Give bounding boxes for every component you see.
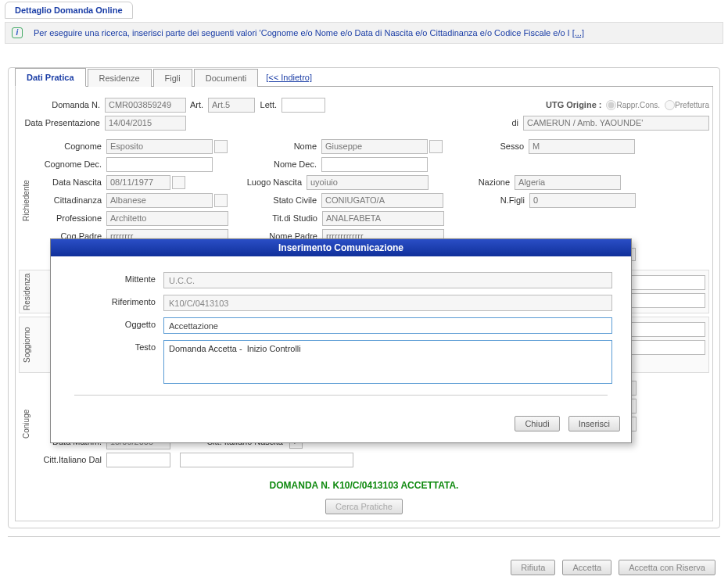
tab-bar: Dati Pratica Residenze Figli Documenti [… bbox=[15, 67, 713, 87]
inserisci-button[interactable]: Inserisci bbox=[568, 416, 620, 431]
cognome-dec-field[interactable] bbox=[106, 157, 213, 172]
lbl-nome-dec: Nome Dec. bbox=[228, 159, 321, 169]
con-cittitdal-field[interactable] bbox=[106, 453, 170, 467]
oggetto-field[interactable] bbox=[163, 317, 612, 334]
info-bar: i Per eseguire una ricerca, inserisci pa… bbox=[5, 22, 723, 44]
sesso-field: M bbox=[529, 139, 635, 154]
cognome-chk[interactable] bbox=[214, 140, 228, 153]
lbl-art: Art. bbox=[186, 100, 208, 109]
sidelabel-coniuge: Coniuge bbox=[19, 376, 33, 472]
nome-field: Giuseppe bbox=[321, 139, 428, 154]
lbl-oggetto: Oggetto bbox=[70, 317, 163, 329]
lbl-utg-rapprcons: Rappr.Cons. bbox=[616, 101, 660, 109]
lbl-di: di bbox=[504, 118, 523, 127]
domanda-n-field: CMR003859249 bbox=[105, 98, 186, 113]
lbl-data-nascita: Data Nascita bbox=[36, 177, 106, 187]
page-title-tab: Dettaglio Domanda Online bbox=[5, 2, 133, 19]
tab-residenze[interactable]: Residenze bbox=[88, 69, 152, 87]
data-presentazione-field: 14/04/2015 bbox=[105, 116, 186, 131]
art-field: Art.5 bbox=[208, 98, 255, 113]
cittadinanza-chk[interactable] bbox=[214, 194, 228, 207]
modal-inserimento-comunicazione: Inserimento Comunicazione Mittente Rifer… bbox=[50, 238, 632, 443]
lbl-titstudio: Tit.di Studio bbox=[228, 213, 322, 223]
sidelabel-richiedente: Richiedente bbox=[19, 134, 33, 267]
data-nascita-chk[interactable] bbox=[172, 176, 185, 189]
modal-title: Inserimento Comunicazione bbox=[51, 239, 631, 256]
status-message: DOMANDA N. K10/C/0413103 ACCETTATA. bbox=[19, 472, 709, 496]
nfigli-field: 0 bbox=[529, 193, 636, 208]
lbl-domanda-n: Domanda N. bbox=[19, 100, 105, 109]
lbl-con-cittitdal: Citt.Italiano Dal bbox=[36, 455, 106, 464]
info-text: Per eseguire una ricerca, inserisci part… bbox=[34, 28, 584, 38]
modal-divider bbox=[74, 395, 608, 396]
sidelabel-residenza: Residenza bbox=[20, 270, 34, 313]
accetta-riserva-button[interactable]: Accetta con Riserva bbox=[619, 560, 715, 575]
lett-field[interactable] bbox=[282, 98, 325, 113]
lbl-nome: Nome bbox=[228, 141, 321, 151]
back-link[interactable]: [<< Indietro] bbox=[260, 69, 318, 86]
tab-dati-pratica[interactable]: Dati Pratica bbox=[15, 68, 86, 87]
data-nascita-field: 08/11/1977 bbox=[106, 175, 170, 190]
con-cittitdal-field2[interactable] bbox=[180, 453, 353, 467]
riferimento-field bbox=[163, 295, 612, 311]
utg-radio-prefettura bbox=[665, 100, 675, 110]
lbl-stato-civile: Stato Civile bbox=[228, 195, 321, 205]
cittadinanza-field: Albanese bbox=[106, 193, 213, 208]
nome-chk[interactable] bbox=[429, 140, 443, 153]
info-more-link[interactable]: [...] bbox=[572, 28, 584, 38]
tab-documenti[interactable]: Documenti bbox=[194, 69, 259, 87]
testo-field[interactable] bbox=[163, 340, 612, 384]
chiudi-button[interactable]: Chiudi bbox=[515, 416, 559, 431]
lbl-utg-prefettura: Prefettura bbox=[675, 101, 709, 109]
titstudio-field: ANALFABETA bbox=[322, 211, 444, 226]
nazione-field: Algeria bbox=[515, 175, 621, 190]
lbl-lett: Lett. bbox=[255, 100, 282, 109]
lbl-nazione: Nazione bbox=[429, 177, 515, 187]
lbl-nfigli: N.Figli bbox=[443, 195, 529, 205]
professione-field: Architetto bbox=[106, 211, 228, 226]
stato-civile-field: CONIUGATO/A bbox=[321, 193, 443, 208]
lbl-mittente: Mittente bbox=[70, 272, 163, 284]
lbl-cognome-dec: Cognome Dec. bbox=[36, 159, 106, 169]
info-icon: i bbox=[12, 27, 23, 38]
lbl-data-presentazione: Data Presentazione bbox=[19, 118, 105, 127]
lbl-testo: Testo bbox=[70, 340, 163, 352]
lbl-cittadinanza: Cittadinanza bbox=[36, 195, 106, 205]
lbl-luogo-nascita: Luogo Nascita bbox=[185, 177, 307, 187]
sidelabel-soggiorno: Soggiorno bbox=[20, 317, 34, 372]
lbl-sesso: Sesso bbox=[443, 141, 529, 151]
rifiuta-button[interactable]: Rifiuta bbox=[511, 560, 555, 575]
lbl-utg-origine: UTG Origine : bbox=[546, 100, 602, 109]
lbl-professione: Professione bbox=[36, 213, 106, 223]
lbl-cognome: Cognome bbox=[36, 141, 106, 151]
cerca-pratiche-button[interactable]: Cerca Pratiche bbox=[325, 499, 403, 514]
footer-divider bbox=[8, 536, 720, 537]
mittente-field bbox=[163, 272, 612, 288]
luogo-nascita-field: uyoiuio bbox=[307, 175, 429, 190]
cognome-field: Esposito bbox=[106, 139, 213, 154]
lbl-riferimento: Riferimento bbox=[70, 295, 163, 306]
utg-radio-rapprcons bbox=[606, 100, 616, 110]
di-field: CAMERUN / Amb. YAOUNDE' bbox=[523, 116, 709, 131]
tab-figli[interactable]: Figli bbox=[153, 69, 192, 87]
footer-buttons: Rifiuta Accetta Accetta con Riserva bbox=[506, 560, 715, 575]
accetta-button[interactable]: Accetta bbox=[562, 560, 611, 575]
nome-dec-field[interactable] bbox=[321, 157, 428, 172]
